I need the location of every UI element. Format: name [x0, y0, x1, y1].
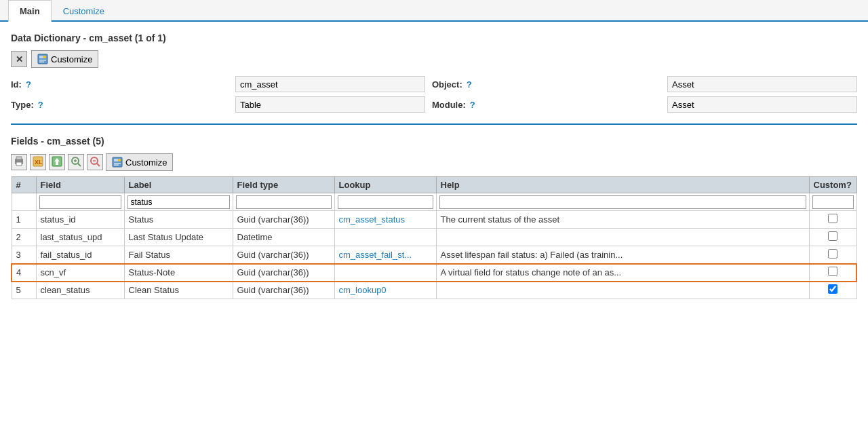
- module-help[interactable]: ?: [470, 100, 475, 110]
- print-button[interactable]: [11, 154, 27, 170]
- filter-field-cell: [36, 193, 124, 211]
- fieldtype-filter-input[interactable]: [236, 195, 332, 209]
- row4-num: 4: [12, 264, 36, 282]
- module-input[interactable]: [667, 96, 857, 113]
- svg-point-2: [43, 56, 46, 58]
- svg-rect-20: [114, 159, 118, 161]
- customize-button-dd[interactable]: Customize: [31, 50, 98, 68]
- row2-field: last_status_upd: [36, 229, 124, 246]
- row1-custom-checkbox[interactable]: [828, 214, 837, 223]
- id-label-cell: Id: ?: [11, 79, 229, 90]
- row5-custom-checkbox[interactable]: [828, 284, 837, 294]
- svg-point-21: [118, 159, 121, 161]
- svg-line-13: [78, 164, 81, 166]
- field-filter-input[interactable]: [39, 195, 121, 209]
- export-button[interactable]: XL: [30, 154, 46, 170]
- row3-field: fail_status_id: [36, 246, 124, 264]
- row4-label: Status-Note: [124, 264, 233, 282]
- filter-custom-cell: [809, 193, 856, 211]
- object-input[interactable]: [667, 76, 857, 92]
- row5-help: [436, 282, 809, 299]
- form-grid: Id: ? Object: ? Type: ? Module: ?: [11, 76, 857, 113]
- svg-rect-6: [16, 157, 22, 159]
- row1-num: 1: [12, 211, 36, 229]
- id-label: Id:: [11, 79, 22, 90]
- row5-lookup-link[interactable]: cm_lookup0: [339, 285, 387, 295]
- x-icon: ✕: [16, 54, 23, 64]
- row3-lookup[interactable]: cm_asset_fail_st...: [334, 246, 436, 264]
- main-content: Data Dictionary - cm_asset (1 of 1) ✕ Cu…: [0, 22, 868, 310]
- svg-rect-3: [39, 60, 46, 61]
- object-help[interactable]: ?: [467, 79, 472, 90]
- col-header-fieldtype: Field type: [233, 177, 334, 193]
- row5-lookup[interactable]: cm_lookup0: [334, 282, 436, 299]
- customize-button-fields[interactable]: Customize: [106, 153, 173, 171]
- object-label-cell: Object: ?: [432, 79, 660, 90]
- data-dictionary-title: Data Dictionary - cm_asset (1 of 1): [11, 33, 857, 43]
- fields-title: Fields - cm_asset (5): [11, 136, 857, 147]
- row1-field: status_id: [36, 211, 124, 229]
- table-row[interactable]: 5 clean_status Clean Status Guid (varcha…: [12, 282, 856, 299]
- col-header-field: Field: [36, 177, 124, 193]
- row5-field: clean_status: [36, 282, 124, 299]
- row3-help: Asset lifespan fail status: a) Failed (a…: [436, 246, 809, 264]
- object-label: Object:: [432, 79, 462, 90]
- row1-label: Status: [124, 211, 233, 229]
- import-button[interactable]: [49, 154, 65, 170]
- table-row[interactable]: 3 fail_status_id Fail Status Guid (varch…: [12, 246, 856, 264]
- row1-lookup[interactable]: cm_asset_status: [334, 211, 436, 229]
- row3-custom-checkbox[interactable]: [828, 249, 837, 258]
- type-help[interactable]: ?: [38, 100, 43, 110]
- svg-rect-4: [39, 62, 44, 63]
- help-filter-input[interactable]: [439, 195, 806, 209]
- customize-icon: [37, 54, 48, 64]
- table-row[interactable]: 1 status_id Status Guid (varchar(36)) cm…: [12, 211, 856, 229]
- row4-field: scn_vf: [36, 264, 124, 282]
- label-filter-input[interactable]: [127, 195, 230, 209]
- data-dictionary-toolbar: ✕ Customize: [11, 50, 857, 68]
- col-header-num: #: [12, 177, 36, 193]
- svg-line-17: [97, 164, 100, 166]
- row2-custom-checkbox[interactable]: [828, 231, 837, 241]
- zoom-in-icon: [71, 156, 81, 168]
- module-label-cell: Module: ?: [432, 100, 660, 110]
- type-input[interactable]: [235, 96, 425, 113]
- table-row-highlighted[interactable]: 4 scn_vf Status-Note Guid (varchar(36)) …: [12, 264, 856, 282]
- fields-table: # Field Label Field type Lookup Help Cus…: [11, 176, 857, 299]
- filter-help-cell: [436, 193, 809, 211]
- row1-help: The current status of the asset: [436, 211, 809, 229]
- customize-label: Customize: [51, 54, 92, 64]
- tab-customize[interactable]: Customize: [52, 0, 116, 22]
- row2-lookup: [334, 229, 436, 246]
- section-divider: [11, 123, 857, 125]
- row5-fieldtype: Guid (varchar(36)): [233, 282, 334, 299]
- row4-custom-checkbox[interactable]: [828, 267, 837, 276]
- row5-num: 5: [12, 282, 36, 299]
- delete-button[interactable]: ✕: [11, 51, 27, 67]
- row2-custom: [809, 229, 856, 246]
- row3-lookup-link[interactable]: cm_asset_fail_st...: [339, 250, 412, 260]
- row1-lookup-link[interactable]: cm_asset_status: [339, 214, 406, 225]
- id-input[interactable]: [235, 76, 425, 92]
- row2-num: 2: [12, 229, 36, 246]
- svg-rect-23: [114, 165, 119, 166]
- col-header-custom: Custom?: [809, 177, 856, 193]
- id-help[interactable]: ?: [26, 79, 31, 90]
- table-header-row: # Field Label Field type Lookup Help Cus…: [12, 177, 856, 193]
- zoom-out-button[interactable]: [87, 154, 103, 170]
- filter-row: [12, 193, 856, 211]
- type-label: Type:: [11, 100, 34, 110]
- custom-filter-input[interactable]: [812, 195, 854, 209]
- export-icon: XL: [33, 156, 43, 168]
- row1-fieldtype: Guid (varchar(36)): [233, 211, 334, 229]
- row4-lookup: [334, 264, 436, 282]
- tab-bar: Main Customize: [0, 0, 868, 22]
- lookup-filter-input[interactable]: [338, 195, 433, 209]
- filter-fieldtype-cell: [233, 193, 334, 211]
- customize-icon-fields: [112, 157, 123, 168]
- fields-table-wrapper: # Field Label Field type Lookup Help Cus…: [11, 176, 857, 299]
- tab-main[interactable]: Main: [8, 0, 52, 22]
- table-row[interactable]: 2 last_status_upd Last Status Update Dat…: [12, 229, 856, 246]
- row4-help: A virtual field for status change note o…: [436, 264, 809, 282]
- zoom-in-button[interactable]: [68, 154, 84, 170]
